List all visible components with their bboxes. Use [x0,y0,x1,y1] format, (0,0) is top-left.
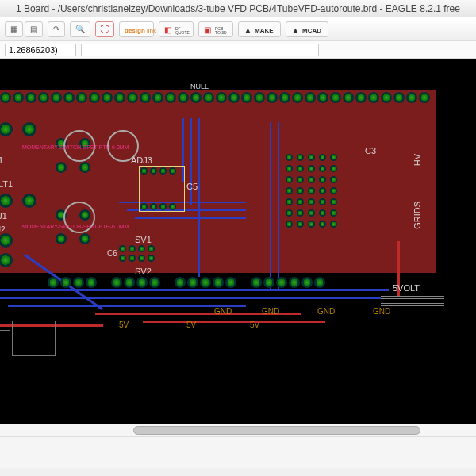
net-5v: 5V [119,321,129,329]
net-gnd: GND [262,307,279,316]
coord-readout: 1.26866203) [5,44,76,56]
silk-gnd1: ND1 [0,155,3,165]
layer-button[interactable]: ▤ [25,21,43,37]
svg-text:link: link [147,27,156,34]
svg-text:◧: ◧ [164,25,171,34]
net-gnd: GND [214,307,232,316]
silk-switch1: MOMENTARY-SWITCH-SPST-PTH-6.0MM [22,144,129,150]
horizontal-scrollbar[interactable] [0,424,476,436]
silk-volt1: VOLT1 [0,179,13,189]
silk-sv2: SV2 [135,267,152,276]
silk-hv: HV [413,154,422,166]
pcb-board: ND1 VOLT1 ADJ1 ADJ2 ADJ3 C5 C6 C3 SV1 SV… [0,83,476,376]
svg-text:MCAD: MCAD [302,27,321,34]
svg-text:▲: ▲ [244,25,252,35]
net-5v: 5V [186,321,196,329]
silk-c5: C5 [186,182,198,191]
silk-null: NULL [190,83,209,90]
silk-adj2: ADJ2 [0,225,5,234]
net-gnd: GND [373,307,390,316]
svg-text:TO 3D: TO 3D [215,30,227,35]
zoom-button[interactable]: 🔍 [70,21,90,37]
grid-button[interactable]: ▦ [5,21,23,37]
connector-outline [381,295,444,306]
silk-c6: C6 [107,249,117,258]
svg-text:MAKE: MAKE [255,27,274,34]
design-link-button[interactable]: designlink [119,21,154,37]
svg-text:▲: ▲ [291,25,300,35]
window-title: 1 Board - /Users/christianelzey/Download… [0,0,476,17]
svg-text:design: design [125,27,145,34]
silk-switch2: MOMENTARY-SWITCH-SPST-PTH-6.0MM [22,224,129,229]
svg-text:QUOTE: QUOTE [175,30,190,35]
redo-button[interactable]: ↷ [48,21,65,37]
silk-c3: C3 [365,146,376,155]
status-bar [0,436,476,468]
svg-text:▣: ▣ [204,25,211,34]
pcb-3d-button[interactable]: ▣PCBTO 3D [198,21,233,37]
component-outline [12,321,56,356]
silk-grids: GRIDS [413,202,422,229]
silk-sv1: SV1 [135,235,152,244]
silk-adj1: ADJ1 [0,211,7,221]
fit-button[interactable]: ⛶ [95,21,114,37]
net-5v: 5V [250,321,259,329]
top-copper-pour [0,90,436,273]
pcb-canvas[interactable]: ND1 VOLT1 ADJ1 ADJ2 ADJ3 C5 C6 C3 SV1 SV… [0,59,476,424]
silk-adj3: ADJ3 [131,155,152,165]
silk-5volt: 5VOLT [393,283,420,293]
command-input[interactable] [81,44,319,56]
main-toolbar: ▦ ▤ ↷ 🔍 ⛶ designlink ◧DFQUOTE ▣PCBTO 3D … [0,17,476,41]
component-outline [0,309,10,331]
quote-button[interactable]: ◧DFQUOTE [159,21,194,37]
mcad-button[interactable]: ▲MCAD [286,21,328,37]
coordinate-bar: 1.26866203) [0,41,476,59]
net-gnd: GND [317,307,335,316]
make-button[interactable]: ▲MAKE [238,21,281,37]
